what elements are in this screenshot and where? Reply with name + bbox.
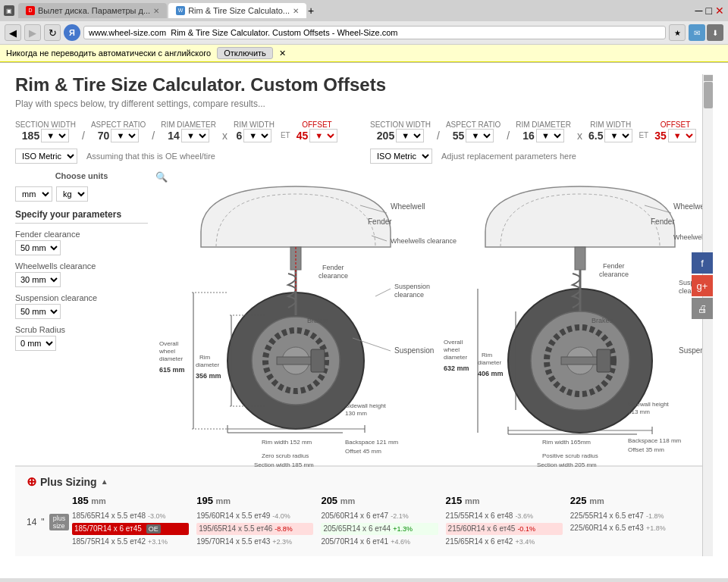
w1-aspect-ratio-select[interactable]: ▼ xyxy=(111,129,139,142)
list-item[interactable]: 225/60R14 x 6.5 ет43 +1.8% xyxy=(570,523,687,534)
row-spec: 225/60R14 x 6.5 ет43 xyxy=(570,523,644,534)
fender-clearance-select[interactable]: 50 mm xyxy=(15,240,61,255)
suspension-clearance-label: Suspension clearance xyxy=(15,293,148,302)
col195-unit: mm xyxy=(216,496,231,505)
svg-rect-48 xyxy=(575,247,585,270)
tab-active-2[interactable]: W Rim & Tire Size Calculato... ✕ xyxy=(168,3,306,18)
googleplus-button[interactable]: g+ xyxy=(692,275,713,296)
scrub-radius-select[interactable]: 0 mm xyxy=(15,336,56,351)
w2-offset-select[interactable]: ▼ xyxy=(668,129,696,142)
scroll-thumb[interactable] xyxy=(704,82,713,108)
w1-offset-select[interactable]: ▼ xyxy=(309,129,337,142)
size-col-185: 185 mm 185/65R14 x 5.5 ет48 -3.0% 185/70… xyxy=(68,495,193,549)
svg-text:Suspension: Suspension xyxy=(394,346,434,355)
w2-rim-diameter-value: 16 xyxy=(522,130,535,142)
row-spec: 205/65R14 x 6 ет44 xyxy=(323,524,391,534)
svg-text:diameter: diameter xyxy=(159,355,183,362)
length-unit-select[interactable]: mm xyxy=(15,186,52,202)
svg-text:113 mm: 113 mm xyxy=(628,408,650,415)
forward-button[interactable]: ▶ xyxy=(24,24,41,41)
weight-unit-select[interactable]: kg xyxy=(56,186,88,202)
wheelwells-clearance-select[interactable]: 30 mm xyxy=(15,272,61,287)
list-item[interactable]: 185/70R14 x 6 ет45 OE xyxy=(72,523,189,535)
svg-text:wheel: wheel xyxy=(158,348,175,355)
w1-rim-width-label: RIM WIDTH xyxy=(234,120,275,129)
w2-rim-width-value: 6.5 xyxy=(588,130,603,142)
yandex-mail-icon[interactable]: ✉ xyxy=(689,24,705,41)
w2-aspect-ratio-select[interactable]: ▼ xyxy=(466,129,494,142)
svg-text:diameter: diameter xyxy=(478,359,501,366)
zoom-icon[interactable]: 🔍 xyxy=(155,171,168,183)
tab-inactive-1[interactable]: D Вылет диска. Параметры д... ✕ xyxy=(18,3,167,18)
list-item[interactable]: 195/60R14 x 5.5 ет49 -4.0% xyxy=(196,511,313,521)
svg-text:Rim: Rim xyxy=(199,354,211,361)
notification-close[interactable]: ✕ xyxy=(279,48,286,58)
restore-button[interactable]: □ xyxy=(706,5,712,17)
col215-header: 215 xyxy=(446,495,463,506)
w2-section-width-select[interactable]: ▼ xyxy=(396,129,424,142)
rim-size-value: 14 xyxy=(27,517,36,527)
add-tab-button[interactable]: + xyxy=(308,5,314,17)
facebook-button[interactable]: f xyxy=(692,252,713,274)
plus-icon: ⊕ xyxy=(27,474,36,489)
w2-rim-width-select[interactable]: ▼ xyxy=(604,129,632,142)
list-item[interactable]: 215/60R14 x 6 ет45 -0.1% xyxy=(446,523,563,535)
print-button[interactable]: 🖨 xyxy=(692,298,713,319)
size-col-205: 205 mm 205/60R14 x 6 ет47 -2.1% 205/65R1… xyxy=(317,495,441,549)
w1-rim-width-select[interactable]: ▼ xyxy=(243,129,271,142)
svg-text:Backspace 118 mm: Backspace 118 mm xyxy=(628,437,682,444)
bookmark-button[interactable]: ★ xyxy=(669,24,686,41)
list-item[interactable]: 185/65R14 x 5.5 ет48 -3.0% xyxy=(72,511,189,521)
svg-text:clearance: clearance xyxy=(318,272,348,280)
sep8: ET xyxy=(639,124,648,139)
list-item[interactable]: 205/60R14 x 6 ет47 -2.1% xyxy=(321,511,438,521)
w2-aspect-ratio-label: ASPECT RATIO xyxy=(446,120,500,129)
svg-line-14 xyxy=(375,289,391,296)
svg-text:Wheelwell: Wheelwell xyxy=(673,202,702,211)
scroll-up[interactable] xyxy=(704,75,713,81)
tab1-close[interactable]: ✕ xyxy=(153,7,159,15)
notification-button[interactable]: Отключить xyxy=(217,47,273,59)
row-pct: +3.4% xyxy=(515,537,535,547)
w1-rim-diameter-select[interactable]: ▼ xyxy=(181,129,209,142)
page-title: Rim & Tire Size Calculator. Custom Offse… xyxy=(15,74,702,95)
w1-offset-value: 45 xyxy=(297,130,309,142)
svg-text:615 mm: 615 mm xyxy=(159,366,185,374)
row-spec: 205/70R14 x 6 ет41 xyxy=(321,537,388,547)
row-pct: +1.3% xyxy=(393,524,413,534)
row-pct: -8.8% xyxy=(275,524,293,534)
list-item[interactable]: 195/70R14 x 5.5 ет43 +2.3% xyxy=(196,537,313,547)
col185-unit: mm xyxy=(91,496,106,505)
tab1-favicon: D xyxy=(26,6,35,15)
suspension-clearance-select[interactable]: 50 mm xyxy=(15,304,61,319)
w1-metric-select[interactable]: ISO Metric xyxy=(15,149,77,164)
list-item[interactable]: 185/75R14 x 5.5 ет42 +3.1% xyxy=(72,537,189,547)
list-item[interactable]: 215/65R14 x 6 ет42 +3.4% xyxy=(446,537,563,547)
back-button[interactable]: ◀ xyxy=(5,24,21,41)
list-item[interactable]: 215/55R14 x 6 ет48 -3.6% xyxy=(446,511,563,521)
download-icon[interactable]: ⬇ xyxy=(707,24,723,41)
w1-rim-width-value: 6 xyxy=(237,130,243,142)
size-col-215: 215 mm 215/55R14 x 6 ет48 -3.6% 215/60R1… xyxy=(442,495,566,549)
close-button[interactable]: ✕ xyxy=(715,5,724,17)
refresh-button[interactable]: ↻ xyxy=(44,24,61,41)
w2-aspect-ratio-value: 55 xyxy=(453,130,465,142)
minimize-button[interactable]: ─ xyxy=(695,5,703,17)
list-item[interactable]: 205/70R14 x 6 ет41 +4.6% xyxy=(321,537,438,547)
col205-header: 205 xyxy=(321,495,337,506)
w1-section-width-select[interactable]: ▼ xyxy=(41,129,69,142)
list-item[interactable]: 225/55R14 x 6.5 ет47 -1.8% xyxy=(570,511,687,521)
row-spec: 215/65R14 x 6 ет42 xyxy=(446,537,513,547)
svg-rect-51 xyxy=(597,349,610,372)
list-item[interactable]: 195/65R14 x 5.5 ет46 -8.8% xyxy=(196,523,313,535)
w2-rim-width-label: RIM WIDTH xyxy=(590,120,631,129)
w2-rim-diameter-label: RIM DIAMETER xyxy=(516,120,571,129)
list-item[interactable]: 205/65R14 x 6 ет44 +1.3% xyxy=(321,523,438,535)
tab2-close[interactable]: ✕ xyxy=(293,7,299,15)
svg-text:Wheelwells clearance: Wheelwells clearance xyxy=(673,233,702,241)
collapse-arrow[interactable]: ▲ xyxy=(101,477,108,486)
address-bar[interactable] xyxy=(83,26,666,39)
w2-rim-diameter-select[interactable]: ▼ xyxy=(536,129,564,142)
w2-metric-select[interactable]: ISO Metric xyxy=(370,149,432,164)
w1-rim-diameter-value: 14 xyxy=(168,130,180,142)
